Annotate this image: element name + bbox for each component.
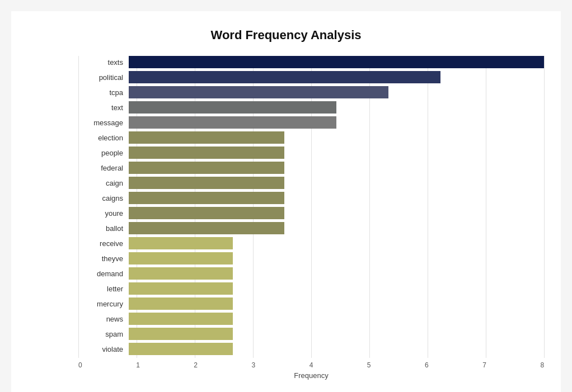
bar-fill <box>129 147 284 159</box>
bar-row: ballot <box>78 222 544 234</box>
x-tick: 0 <box>78 361 136 369</box>
bar-row: letter <box>78 282 544 295</box>
bar-label: youre <box>78 209 129 218</box>
bar-fill <box>129 328 233 340</box>
bar-label: letter <box>78 285 129 293</box>
bar-track <box>129 131 544 144</box>
bar-track <box>129 313 544 325</box>
bar-fill <box>129 116 336 129</box>
bar-track <box>129 192 544 204</box>
bar-label: people <box>78 149 129 157</box>
bar-fill <box>129 267 233 280</box>
x-tick: 1 <box>136 361 194 369</box>
bar-fill <box>129 101 336 114</box>
bar-row: demand <box>78 267 544 280</box>
bar-fill <box>129 313 233 325</box>
bar-row: receive <box>78 237 544 249</box>
bar-label: text <box>78 103 129 112</box>
grid-line <box>544 56 545 358</box>
bar-row: news <box>78 313 544 325</box>
bar-fill <box>129 297 233 310</box>
bar-row: caigns <box>78 192 544 204</box>
bar-label: federal <box>78 164 129 172</box>
bar-track <box>129 56 544 68</box>
bar-fill <box>129 192 284 204</box>
bar-row: violate <box>78 343 544 355</box>
bar-label: theyve <box>78 254 129 263</box>
bar-row: federal <box>78 162 544 174</box>
bar-row: texts <box>78 56 544 68</box>
bar-fill <box>129 222 284 234</box>
x-tick: 6 <box>425 361 482 369</box>
bar-track <box>129 237 544 249</box>
bar-fill <box>129 177 284 189</box>
bar-row: theyve <box>78 252 544 265</box>
bar-row: text <box>78 101 544 114</box>
bar-row: youre <box>78 207 544 219</box>
x-tick: 5 <box>367 361 425 369</box>
bar-track <box>129 222 544 234</box>
bar-track <box>129 101 544 114</box>
bar-label: mercury <box>78 300 129 308</box>
bar-track <box>129 267 544 280</box>
bar-track <box>129 116 544 129</box>
bar-label: demand <box>78 270 129 278</box>
bar-label: caigns <box>78 194 129 202</box>
bar-track <box>129 252 544 265</box>
bar-fill <box>129 162 284 174</box>
bar-track <box>129 177 544 189</box>
bar-row: mercury <box>78 297 544 310</box>
x-tick: 7 <box>482 361 540 369</box>
bar-fill <box>129 131 284 144</box>
bar-fill <box>129 207 284 219</box>
bar-track <box>129 282 544 295</box>
bar-row: message <box>78 116 544 129</box>
x-axis-label: Frequency <box>28 371 544 380</box>
bar-fill <box>129 343 233 355</box>
x-tick: 2 <box>194 361 251 369</box>
bar-fill <box>129 71 440 83</box>
bar-label: spam <box>78 330 129 338</box>
bar-row: tcpa <box>78 86 544 98</box>
bar-label: ballot <box>78 224 129 233</box>
bars-container: textspoliticaltcpatextmessageelectionpeo… <box>78 56 544 355</box>
x-tick: 8 <box>540 361 544 369</box>
bar-label: violate <box>78 345 129 353</box>
bar-label: news <box>78 315 129 323</box>
bar-label: election <box>78 134 129 142</box>
bar-track <box>129 343 544 355</box>
bar-track <box>129 328 544 340</box>
bar-fill <box>129 282 233 295</box>
bar-track <box>129 207 544 219</box>
bar-fill <box>129 86 388 98</box>
bar-track <box>129 147 544 159</box>
x-tick: 3 <box>252 361 310 369</box>
chart-title: Word Frequency Analysis <box>28 28 544 42</box>
bar-row: spam <box>78 328 544 340</box>
bar-label: caign <box>78 179 129 187</box>
bar-track <box>129 86 544 98</box>
bar-label: tcpa <box>78 88 129 97</box>
bar-row: political <box>78 71 544 83</box>
bar-label: receive <box>78 239 129 248</box>
x-tick: 4 <box>310 361 367 369</box>
bar-row: caign <box>78 177 544 189</box>
bar-fill <box>129 237 233 249</box>
bar-row: people <box>78 147 544 159</box>
x-axis-ticks: 012345678 <box>28 361 544 369</box>
bar-row: election <box>78 131 544 144</box>
bar-track <box>129 162 544 174</box>
bar-label: texts <box>78 58 129 67</box>
bar-track <box>129 297 544 310</box>
bar-fill <box>129 252 233 265</box>
bar-label: message <box>78 119 129 127</box>
bar-label: political <box>78 73 129 82</box>
bar-fill <box>129 56 544 68</box>
bar-track <box>129 71 544 83</box>
chart-container: Word Frequency Analysis textspoliticaltc… <box>11 11 561 392</box>
